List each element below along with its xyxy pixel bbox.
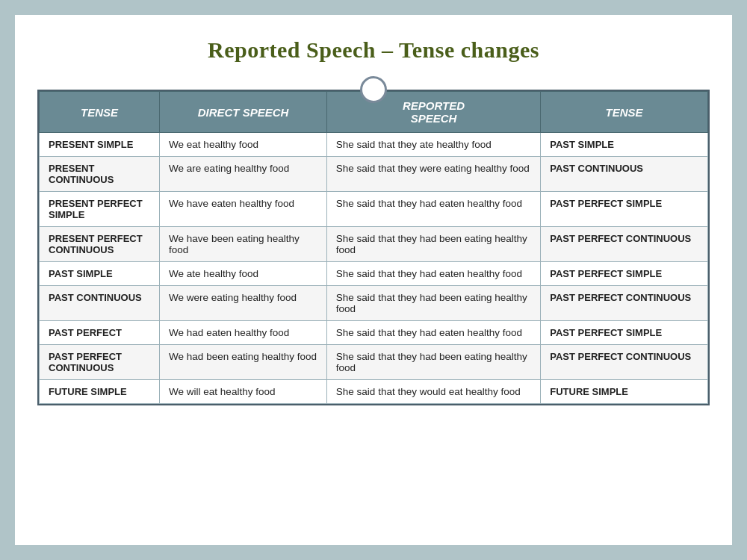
cell-direct-speech: We eat healthy food [160, 133, 327, 157]
table-row: PAST CONTINUOUSWe were eating healthy fo… [40, 286, 708, 321]
cell-reported-speech: She said that they had been eating healt… [326, 345, 540, 380]
cell-tense-in: PAST CONTINUOUS [40, 286, 160, 321]
cell-reported-speech: She said that they had eaten healthy foo… [326, 262, 540, 286]
cell-reported-speech: She said that they had been eating healt… [326, 286, 540, 321]
header-tense-in: TENSE [40, 92, 160, 133]
slide: Reported Speech – Tense changes TENSE DI… [15, 15, 732, 545]
cell-tense-out: PAST SIMPLE [541, 133, 708, 157]
cell-tense-out: PAST PERFECT SIMPLE [541, 321, 708, 345]
cell-tense-in: FUTURE SIMPLE [40, 380, 160, 404]
cell-tense-out: PAST PERFECT SIMPLE [541, 192, 708, 227]
cell-direct-speech: We had eaten healthy food [160, 321, 327, 345]
cell-tense-out: PAST PERFECT CONTINUOUS [541, 345, 708, 380]
cell-reported-speech: She said that they were eating healthy f… [326, 157, 540, 192]
cell-direct-speech: We are eating healthy food [160, 157, 327, 192]
table-row: PAST SIMPLEWe ate healthy foodShe said t… [40, 262, 708, 286]
cell-direct-speech: We have been eating healthy food [160, 227, 327, 262]
cell-tense-in: PAST PERFECT [40, 321, 160, 345]
cell-tense-out: FUTURE SIMPLE [541, 380, 708, 404]
cell-reported-speech: She said that they had eaten healthy foo… [326, 321, 540, 345]
page-title: Reported Speech – Tense changes [208, 37, 539, 63]
cell-tense-out: PAST PERFECT CONTINUOUS [541, 286, 708, 321]
header-reported-speech: REPORTEDSPEECH [326, 92, 540, 133]
circle-decoration [360, 76, 387, 103]
cell-reported-speech: She said that they ate healthy food [326, 133, 540, 157]
cell-tense-in: PRESENT PERFECT SIMPLE [40, 192, 160, 227]
cell-reported-speech: She said that they would eat healthy foo… [326, 380, 540, 404]
cell-direct-speech: We ate healthy food [160, 262, 327, 286]
cell-tense-in: PRESENT PERFECT CONTINUOUS [40, 227, 160, 262]
cell-direct-speech: We have eaten healthy food [160, 192, 327, 227]
cell-reported-speech: She said that they had been eating healt… [326, 227, 540, 262]
cell-direct-speech: We were eating healthy food [160, 286, 327, 321]
cell-tense-out: PAST CONTINUOUS [541, 157, 708, 192]
cell-tense-out: PAST PERFECT SIMPLE [541, 262, 708, 286]
cell-reported-speech: She said that they had eaten healthy foo… [326, 192, 540, 227]
cell-tense-in: PRESENT SIMPLE [40, 133, 160, 157]
table-row: FUTURE SIMPLEWe will eat healthy foodShe… [40, 380, 708, 404]
cell-direct-speech: We will eat healthy food [160, 380, 327, 404]
cell-tense-in: PRESENT CONTINUOUS [40, 157, 160, 192]
table-row: PRESENT SIMPLEWe eat healthy foodShe sai… [40, 133, 708, 157]
table-row: PAST PERFECTWe had eaten healthy foodShe… [40, 321, 708, 345]
cell-tense-out: PAST PERFECT CONTINUOUS [541, 227, 708, 262]
table-wrapper: TENSE DIRECT SPEECH REPORTEDSPEECH TENSE… [37, 90, 710, 405]
table-row: PAST PERFECT CONTINUOUSWe had been eatin… [40, 345, 708, 380]
table-row: PRESENT PERFECT SIMPLEWe have eaten heal… [40, 192, 708, 227]
table-row: PRESENT CONTINUOUSWe are eating healthy … [40, 157, 708, 192]
cell-tense-in: PAST PERFECT CONTINUOUS [40, 345, 160, 380]
tense-table: TENSE DIRECT SPEECH REPORTEDSPEECH TENSE… [39, 91, 708, 404]
cell-direct-speech: We had been eating healthy food [160, 345, 327, 380]
cell-tense-in: PAST SIMPLE [40, 262, 160, 286]
header-tense-out: TENSE [541, 92, 708, 133]
header-direct-speech: DIRECT SPEECH [160, 92, 327, 133]
table-row: PRESENT PERFECT CONTINUOUSWe have been e… [40, 227, 708, 262]
